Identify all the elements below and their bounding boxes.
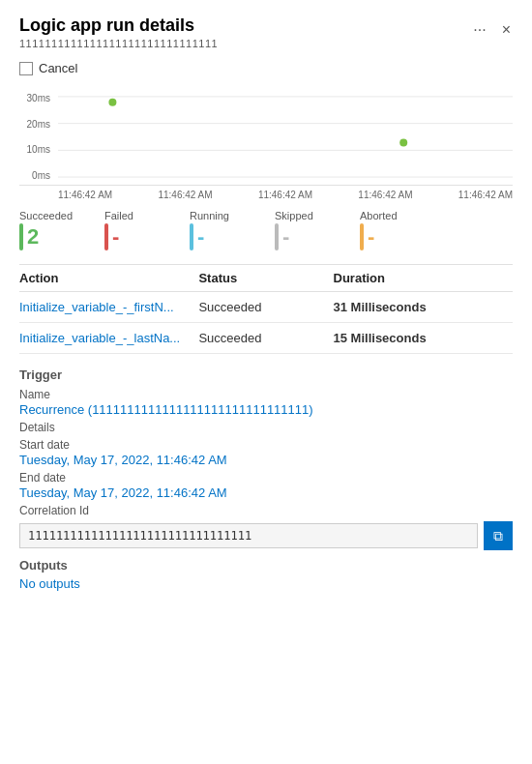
trigger-section-title: Trigger xyxy=(19,367,513,382)
status-aborted-label: Aborted xyxy=(360,210,428,221)
action-cell-1[interactable]: Initialize_variable_-_firstN... xyxy=(19,300,198,314)
col-duration: Duration xyxy=(334,271,513,285)
status-running-label: Running xyxy=(190,210,257,221)
details-label: Details xyxy=(19,421,513,434)
time-labels: 11:46:42 AM 11:46:42 AM 11:46:42 AM 11:4… xyxy=(58,190,513,200)
table-row: Initialize_variable_-_firstN... Succeede… xyxy=(19,292,513,323)
page-subtitle: 1111111111111111111111111111111 xyxy=(19,38,218,49)
status-cell-2: Succeeded xyxy=(198,331,333,345)
header: Logic app run details 111111111111111111… xyxy=(19,15,513,49)
time-label-2: 11:46:42 AM xyxy=(158,190,212,200)
close-button[interactable]: × xyxy=(500,19,513,41)
status-failed-label: Failed xyxy=(104,210,172,221)
duration-cell-1: 31 Milliseconds xyxy=(334,300,513,314)
time-label-3: 11:46:42 AM xyxy=(258,190,312,200)
no-outputs-value: No outputs xyxy=(19,576,513,591)
time-label-4: 11:46:42 AM xyxy=(358,190,412,200)
time-label-5: 11:46:42 AM xyxy=(458,190,513,200)
y-label-10ms: 10ms xyxy=(19,144,54,155)
chart-svg xyxy=(58,89,513,185)
status-bar-running xyxy=(190,223,193,250)
chart-dot-1 xyxy=(108,99,116,106)
status-bar-aborted xyxy=(360,223,364,250)
col-action: Action xyxy=(19,271,198,285)
table-header: Action Status Duration xyxy=(19,264,513,292)
cancel-checkbox[interactable] xyxy=(19,62,33,75)
status-count-skipped: - xyxy=(282,226,289,248)
chart-svg-element xyxy=(58,89,513,185)
y-label-20ms: 20ms xyxy=(19,119,54,130)
status-failed: Failed - xyxy=(104,210,172,250)
status-count-running: - xyxy=(197,226,204,248)
start-date-label: Start date xyxy=(19,438,513,452)
status-aborted: Aborted - xyxy=(360,210,428,250)
time-label-1: 11:46:42 AM xyxy=(58,190,112,200)
correlation-label: Correlation Id xyxy=(19,504,513,517)
col-status: Status xyxy=(198,271,333,285)
name-value[interactable]: Recurrence (1111111111111111111111111111… xyxy=(19,402,513,417)
cancel-bar: Cancel xyxy=(19,61,513,75)
status-running: Running - xyxy=(190,210,257,250)
status-count-aborted: - xyxy=(368,226,374,248)
status-count-failed: - xyxy=(112,226,119,248)
start-date-row: Start date Tuesday, May 17, 2022, 11:46:… xyxy=(19,438,513,467)
correlation-input[interactable] xyxy=(19,523,478,548)
status-bar-succeeded xyxy=(19,223,23,250)
status-cell-1: Succeeded xyxy=(198,300,333,314)
start-date-value: Tuesday, May 17, 2022, 11:46:42 AM xyxy=(19,453,513,467)
details-row: Details xyxy=(19,421,513,434)
y-label-0ms: 0ms xyxy=(19,170,54,181)
duration-cell-2: 15 Milliseconds xyxy=(334,331,513,345)
status-bar-skipped xyxy=(275,223,279,250)
end-date-label: End date xyxy=(19,471,513,485)
status-succeeded: Succeeded 2 xyxy=(19,210,87,250)
copy-button[interactable]: ⧉ xyxy=(484,521,513,550)
y-label-30ms: 30ms xyxy=(19,93,54,103)
end-date-row: End date Tuesday, May 17, 2022, 11:46:42… xyxy=(19,471,513,500)
cancel-label: Cancel xyxy=(39,61,77,75)
status-count-succeeded: 2 xyxy=(27,226,39,248)
action-cell-2[interactable]: Initialize_variable_-_lastNa... xyxy=(19,331,198,345)
outputs-title: Outputs xyxy=(19,558,513,573)
correlation-row: ⧉ xyxy=(19,521,513,550)
status-skipped-label: Skipped xyxy=(275,210,342,221)
table-row: Initialize_variable_-_lastNa... Succeede… xyxy=(19,323,513,354)
header-left: Logic app run details 111111111111111111… xyxy=(19,15,218,49)
name-label: Name xyxy=(19,388,513,401)
chart-dot-2 xyxy=(399,138,407,146)
header-icons: ··· × xyxy=(471,19,513,41)
more-options-button[interactable]: ··· xyxy=(471,19,488,41)
name-row: Name Recurrence (11111111111111111111111… xyxy=(19,388,513,417)
status-skipped: Skipped - xyxy=(275,210,342,250)
chart-y-labels: 30ms 20ms 10ms 0ms xyxy=(19,89,54,185)
copy-icon: ⧉ xyxy=(493,528,503,544)
status-row: Succeeded 2 Failed - Running - Skipped xyxy=(19,210,513,250)
panel: Logic app run details 111111111111111111… xyxy=(0,0,532,606)
page-title: Logic app run details xyxy=(19,15,218,36)
chart-area: 30ms 20ms 10ms 0ms xyxy=(19,89,513,186)
status-succeeded-label: Succeeded xyxy=(19,210,87,221)
end-date-value: Tuesday, May 17, 2022, 11:46:42 AM xyxy=(19,485,513,500)
status-bar-failed xyxy=(104,223,108,250)
